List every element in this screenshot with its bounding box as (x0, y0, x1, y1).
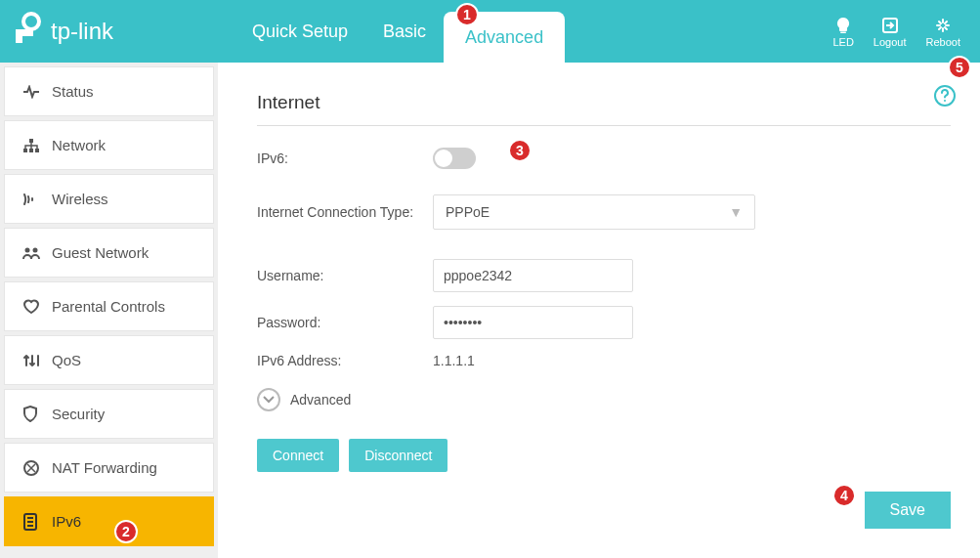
advanced-section-toggle[interactable]: Advanced (257, 388, 951, 411)
chevron-down-circle-icon (257, 388, 280, 411)
divider (257, 125, 951, 126)
brand-text: tp-link (51, 18, 113, 45)
svg-rect-2 (16, 29, 33, 36)
svg-rect-7 (29, 149, 33, 152)
content: Internet IPv6: Internet Connection Type:… (218, 63, 980, 558)
connect-button[interactable]: Connect (257, 439, 339, 472)
svg-rect-3 (840, 32, 846, 34)
sidebar-item-guest-network[interactable]: Guest Network (4, 228, 214, 278)
sidebar-item-wireless[interactable]: Wireless (4, 174, 214, 224)
sidebar-item-nat-forwarding[interactable]: NAT Forwarding (4, 443, 214, 493)
ipv6-address-value: 1.1.1.1 (433, 353, 475, 368)
reboot-label: Reboot (926, 36, 960, 48)
callout-1: 1 (455, 3, 479, 26)
username-input[interactable] (433, 259, 633, 292)
save-button[interactable]: Save (865, 492, 951, 529)
tab-basic[interactable]: Basic (365, 0, 444, 63)
svg-rect-5 (29, 139, 33, 143)
nat-forwarding-icon (22, 459, 52, 477)
svg-point-0 (23, 14, 39, 29)
password-label: Password: (257, 315, 433, 330)
conn-type-label: Internet Connection Type: (257, 204, 433, 220)
sidebar-item-network[interactable]: Network (4, 120, 214, 170)
security-icon (22, 406, 52, 423)
tp-link-logo-icon (14, 12, 43, 51)
row-ipv6-address: IPv6 Address: 1.1.1.1 (257, 353, 951, 368)
connection-buttons: Connect Disconnect (257, 439, 951, 472)
logout-label: Logout (873, 36, 907, 48)
sidebar-item-security[interactable]: Security (4, 389, 214, 439)
sidebar-item-label: Wireless (52, 191, 108, 207)
brand-logo: tp-link (14, 12, 113, 51)
led-icon (834, 15, 852, 36)
sidebar: Status Network Wireless Guest Network Pa… (0, 63, 218, 558)
ipv6-toggle[interactable] (433, 148, 476, 169)
led-label: LED (832, 36, 853, 48)
svg-point-10 (33, 247, 38, 252)
ipv6-address-label: IPv6 Address: (257, 353, 433, 368)
led-button[interactable]: LED (832, 15, 853, 48)
connection-type-value: PPPoE (446, 204, 490, 220)
sidebar-item-label: NAT Forwarding (52, 459, 157, 476)
callout-3: 3 (508, 139, 532, 162)
parental-controls-icon (22, 299, 52, 315)
sidebar-item-label: Guest Network (52, 244, 149, 261)
svg-rect-8 (35, 149, 39, 152)
sidebar-item-qos[interactable]: QoS (4, 335, 214, 385)
network-icon (22, 139, 52, 152)
sidebar-item-label: Status (52, 83, 94, 100)
ipv6-icon (22, 513, 52, 531)
password-input[interactable] (433, 306, 633, 339)
logout-icon (881, 15, 899, 36)
row-password: Password: (257, 306, 951, 339)
chevron-down-icon: ▼ (729, 204, 743, 220)
sidebar-item-label: Parental Controls (52, 298, 165, 315)
page-title: Internet (257, 92, 951, 113)
status-icon (22, 85, 52, 99)
body: Status Network Wireless Guest Network Pa… (0, 63, 980, 558)
sidebar-item-ipv6[interactable]: IPv6 (4, 496, 214, 546)
sidebar-item-label: Network (52, 137, 106, 153)
header: tp-link Quick Setup Basic Advanced LED L… (0, 0, 980, 63)
callout-5: 5 (948, 56, 971, 79)
reboot-icon (934, 15, 952, 36)
main-tabs: Quick Setup Basic Advanced (234, 0, 565, 63)
wireless-icon (22, 193, 52, 206)
sidebar-item-parental-controls[interactable]: Parental Controls (4, 281, 214, 331)
sidebar-item-status[interactable]: Status (4, 66, 214, 116)
help-button[interactable] (933, 84, 957, 111)
tab-quick-setup[interactable]: Quick Setup (234, 0, 365, 63)
header-actions: LED Logout Reboot (832, 15, 960, 48)
svg-point-9 (25, 247, 30, 252)
sidebar-item-label: IPv6 (52, 513, 81, 530)
username-label: Username: (257, 268, 433, 283)
toggle-knob (435, 150, 452, 167)
svg-rect-6 (23, 149, 27, 152)
reboot-button[interactable]: Reboot (926, 15, 960, 48)
logout-button[interactable]: Logout (873, 15, 907, 48)
advanced-toggle-label: Advanced (290, 392, 351, 408)
connection-type-select[interactable]: PPPoE ▼ (433, 194, 755, 230)
sidebar-item-label: QoS (52, 352, 81, 368)
row-username: Username: (257, 259, 951, 292)
ipv6-label: IPv6: (257, 150, 433, 166)
row-connection-type: Internet Connection Type: PPPoE ▼ (257, 194, 951, 230)
sidebar-item-label: Security (52, 406, 105, 422)
callout-2: 2 (114, 520, 138, 543)
disconnect-button[interactable]: Disconnect (349, 439, 447, 472)
guest-network-icon (22, 246, 52, 260)
row-ipv6-toggle: IPv6: (257, 148, 951, 169)
qos-icon (22, 354, 52, 367)
callout-4: 4 (832, 484, 856, 507)
